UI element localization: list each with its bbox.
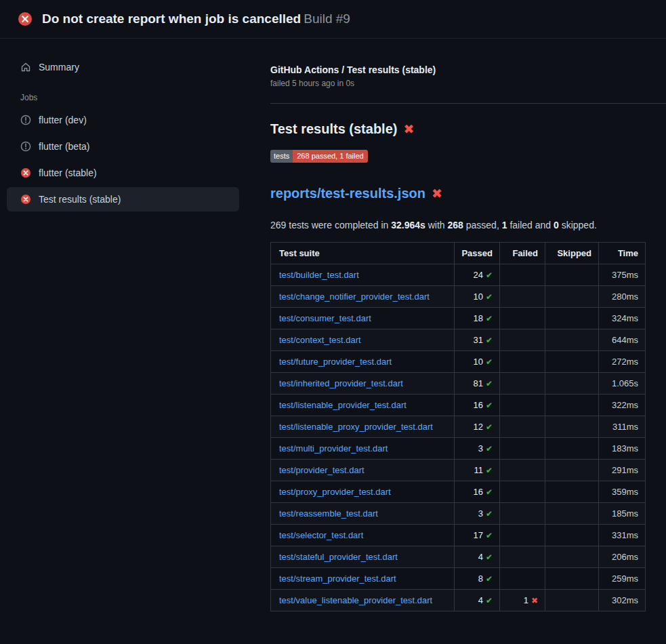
passed-count: 24 (473, 270, 482, 280)
build-number: Build #9 (304, 12, 350, 26)
summary-text: with (425, 220, 448, 230)
suite-link[interactable]: test/future_provider_test.dart (279, 357, 392, 367)
divider (270, 103, 666, 104)
skipped-cell (545, 373, 599, 395)
run-meta: failed 5 hours ago in 0s (270, 79, 666, 88)
check-icon: ✔ (486, 314, 493, 323)
check-icon: ✔ (486, 487, 493, 497)
failed-cell (500, 286, 545, 308)
section-title-text: Test results (stable) (270, 121, 397, 137)
breadcrumb[interactable]: GitHub Actions / Test results (stable) (270, 64, 666, 75)
failed-cell (500, 351, 545, 373)
table-row: test/stateful_provider_test.dart4✔206ms (271, 546, 646, 568)
suite-link[interactable]: test/context_test.dart (279, 335, 361, 345)
time-cell: 311ms (599, 416, 646, 438)
suite-link[interactable]: test/stream_provider_test.dart (279, 573, 396, 584)
check-icon: ✔ (486, 531, 493, 540)
check-icon: ✔ (486, 270, 493, 280)
table-row: test/listenable_provider_test.dart16✔322… (271, 395, 646, 416)
failed-status-icon (20, 194, 31, 205)
sidebar-item-label: flutter (beta) (39, 141, 89, 152)
passed-cell: 8✔ (455, 568, 500, 590)
suite-cell: test/listenable_proxy_provider_test.dart (271, 416, 455, 438)
passed-count: 12 (473, 422, 482, 432)
time-cell: 302ms (599, 590, 646, 611)
main-content: GitHub Actions / Test results (stable) f… (251, 39, 666, 611)
failed-cell: 1✖ (500, 590, 545, 611)
skipped-cell (545, 438, 599, 460)
table-row: test/change_notifier_provider_test.dart1… (271, 286, 646, 308)
passed-cell: 10✔ (455, 351, 500, 373)
suite-link[interactable]: test/inherited_provider_test.dart (279, 378, 403, 388)
check-icon: ✔ (486, 292, 493, 302)
check-icon: ✔ (486, 401, 493, 410)
build-header: Do not create report when job is cancell… (0, 0, 666, 39)
table-row: test/inherited_provider_test.dart81✔1.06… (271, 373, 646, 395)
sidebar-item-label: Summary (39, 62, 79, 73)
skipped-cell (545, 481, 599, 503)
failed-cell (500, 308, 545, 329)
suite-cell: test/multi_provider_test.dart (271, 438, 455, 460)
passed-cell: 11✔ (455, 460, 500, 481)
passed-count: 11 (474, 465, 483, 475)
failed-cell (500, 546, 545, 568)
check-icon: ✔ (486, 357, 493, 367)
suite-link[interactable]: test/builder_test.dart (279, 270, 359, 280)
suite-link[interactable]: test/change_notifier_provider_test.dart (279, 291, 430, 302)
table-row: test/context_test.dart31✔644ms (271, 329, 646, 351)
time-cell: 183ms (599, 438, 646, 460)
suite-cell: test/context_test.dart (271, 329, 455, 351)
sidebar-item-summary[interactable]: Summary (7, 56, 239, 78)
failed-x-icon: ✖ (432, 187, 442, 200)
failed-cell (500, 395, 545, 416)
table-row: test/stream_provider_test.dart8✔259ms (271, 568, 646, 590)
skipped-cell (545, 460, 599, 481)
skipped-cell (545, 286, 599, 308)
passed-cell: 31✔ (455, 329, 500, 351)
suite-cell: test/reassemble_test.dart (271, 503, 455, 525)
check-icon: ✔ (486, 596, 493, 605)
passed-cell: 17✔ (455, 525, 500, 546)
suite-link[interactable]: test/selector_test.dart (279, 530, 363, 540)
skipped-cell (545, 395, 599, 416)
badge-value: 268 passed, 1 failed (293, 150, 367, 163)
summary-text: passed, (463, 220, 502, 230)
suite-link[interactable]: test/consumer_test.dart (279, 313, 371, 323)
skipped-cell (545, 525, 599, 546)
time-cell: 185ms (599, 503, 646, 525)
summary-line: 269 tests were completed in 32.964s with… (270, 220, 666, 230)
sidebar-item-flutter-dev[interactable]: flutter (dev) (7, 108, 239, 132)
skipped-cell (545, 264, 599, 286)
table-row: test/reassemble_test.dart3✔185ms (271, 503, 646, 525)
passed-cell: 81✔ (455, 373, 500, 395)
suite-cell: test/selector_test.dart (271, 525, 455, 546)
table-header-row: Test suite Passed Failed Skipped Time (271, 243, 646, 264)
check-icon: ✔ (486, 552, 493, 562)
sidebar-item-flutter-beta[interactable]: flutter (beta) (7, 134, 239, 159)
suite-link[interactable]: test/provider_test.dart (279, 465, 365, 475)
passed-count: 81 (473, 378, 482, 388)
suite-link[interactable]: test/listenable_provider_test.dart (279, 400, 407, 410)
passed-cell: 16✔ (455, 395, 500, 416)
suite-link[interactable]: test/reassemble_test.dart (279, 508, 378, 519)
suite-cell: test/future_provider_test.dart (271, 351, 455, 373)
sidebar-item-flutter-stable[interactable]: flutter (stable) (7, 161, 239, 185)
suite-link[interactable]: test/multi_provider_test.dart (279, 443, 388, 454)
suite-link[interactable]: test/listenable_proxy_provider_test.dart (279, 422, 433, 432)
report-link[interactable]: reports/test-results.json (270, 186, 425, 201)
check-icon: ✔ (486, 466, 493, 475)
neutral-status-icon (20, 115, 31, 125)
passed-cell: 18✔ (455, 308, 500, 329)
summary-text: skipped. (559, 220, 597, 230)
check-icon: ✔ (486, 574, 493, 584)
summary-duration: 32.964s (391, 220, 425, 230)
passed-cell: 4✔ (455, 590, 500, 611)
suite-link[interactable]: test/value_listenable_provider_test.dart (279, 595, 432, 605)
jobs-section-label: Jobs (7, 78, 239, 108)
suite-link[interactable]: test/proxy_provider_test.dart (279, 487, 391, 497)
suite-link[interactable]: test/stateful_provider_test.dart (279, 552, 398, 562)
passed-count: 18 (473, 313, 482, 323)
table-row: test/value_listenable_provider_test.dart… (271, 590, 646, 611)
sidebar-item-test-results-stable[interactable]: Test results (stable) (7, 187, 239, 212)
home-icon (20, 62, 31, 73)
